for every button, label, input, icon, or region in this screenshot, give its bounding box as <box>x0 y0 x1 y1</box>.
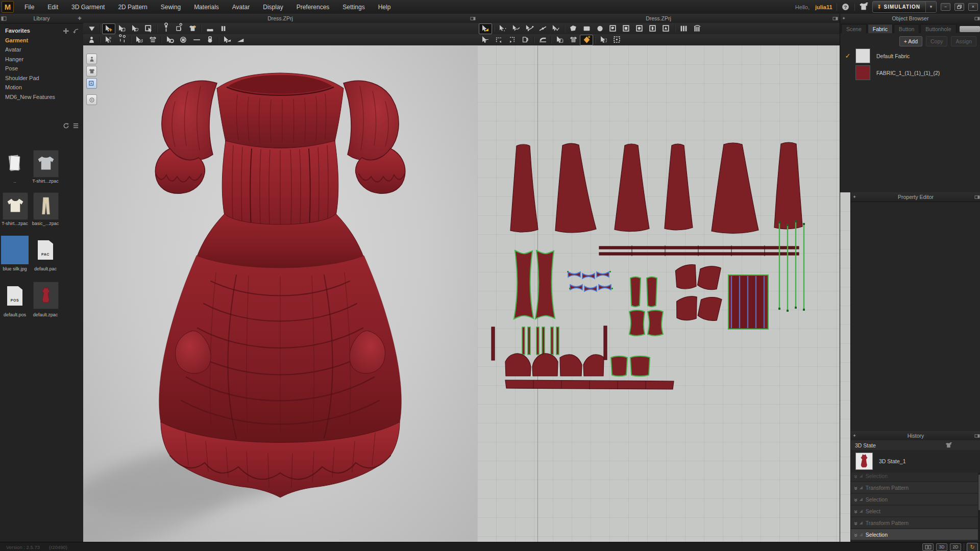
tool-seam-allowance-icon[interactable] <box>492 35 505 45</box>
fabric-swatch[interactable] <box>855 65 870 80</box>
library-item-tshirt-1[interactable] <box>33 150 59 178</box>
tool-inner-polygon-icon[interactable] <box>606 23 620 34</box>
fabric-assign-button[interactable]: Assign <box>951 36 976 46</box>
tool-wedge-icon[interactable] <box>234 35 247 45</box>
menu-help[interactable]: Help <box>372 4 398 11</box>
tool-seam-allowance-2-icon[interactable] <box>505 35 519 45</box>
panel-dock-icon[interactable] <box>0 15 7 21</box>
panel-collapse-icon[interactable] <box>831 15 839 21</box>
library-category-garment[interactable]: Garment <box>0 36 83 45</box>
library-list-view-icon[interactable] <box>72 122 79 129</box>
tool-edit-seam-icon[interactable] <box>549 23 562 34</box>
tool-arrange-selected-icon[interactable] <box>216 23 230 34</box>
tool-grading-icon[interactable] <box>597 35 610 45</box>
library-category-avatar[interactable]: Avatar <box>0 45 83 55</box>
library-category-md6-new-features[interactable]: MD6_New Features <box>0 92 83 102</box>
tool-pleat-fold-icon[interactable] <box>690 23 703 34</box>
library-item-default-zpac[interactable] <box>33 282 59 309</box>
panel-expand-icon[interactable]: ✦ <box>840 15 847 21</box>
tool-edit-curve-point-icon[interactable] <box>523 23 536 34</box>
tool-inner-rectangle-icon[interactable] <box>620 23 633 34</box>
tool-pin-box-icon[interactable] <box>173 23 186 34</box>
panel-collapse-icon[interactable] <box>973 15 980 21</box>
tab-fabric[interactable]: Fabric <box>868 24 893 33</box>
panel-collapse-icon[interactable] <box>973 194 980 200</box>
tool-quad-mesh-icon[interactable] <box>146 35 159 45</box>
menu-3d-garment[interactable]: 3D Garment <box>65 4 111 11</box>
tool-dart-icon[interactable] <box>646 23 659 34</box>
menu-sewing[interactable]: Sewing <box>154 4 187 11</box>
help-icon[interactable]: ? <box>841 3 850 12</box>
tool-edit-pattern-icon[interactable] <box>496 23 509 34</box>
tool-pattern-boundary-icon[interactable] <box>610 35 624 45</box>
favorites-back-icon[interactable] <box>72 28 79 34</box>
tool-inner-circle-icon[interactable] <box>633 23 646 34</box>
tab-scroll-strip[interactable] <box>960 26 980 32</box>
history-scrollbar[interactable] <box>978 472 980 541</box>
history-entry-active[interactable]: »◢Selection <box>851 529 978 540</box>
library-add-icon[interactable]: ✚ <box>76 15 83 21</box>
panel-collapse-icon[interactable] <box>973 433 980 439</box>
panel-collapse-icon[interactable] <box>469 15 476 21</box>
fabric-add-button[interactable]: + Add <box>899 36 922 46</box>
menu-edit[interactable]: Edit <box>41 4 65 11</box>
library-category-shoulder-pad[interactable]: Shoulder Pad <box>0 73 83 83</box>
tool-circle-icon[interactable] <box>593 23 606 34</box>
library-item-tshirt-2[interactable] <box>3 192 28 220</box>
tool-select-button-icon[interactable] <box>163 35 177 45</box>
library-item-pants[interactable] <box>33 192 59 220</box>
tool-notch-icon[interactable] <box>659 23 673 34</box>
tab-button[interactable]: Button <box>894 24 919 33</box>
library-category-hanger[interactable]: Hanger <box>0 55 83 64</box>
history-entry[interactable]: »◢Transform Pattern <box>851 482 978 493</box>
tool-avatar-show-icon[interactable] <box>85 35 98 45</box>
tool-arrange-all-icon[interactable] <box>203 23 216 34</box>
library-category-favorites[interactable]: Favorites <box>0 26 83 36</box>
tool-button-lock-icon[interactable] <box>203 35 216 45</box>
dress-3d-render[interactable] <box>83 45 477 542</box>
tool-polygon-icon[interactable] <box>567 23 580 34</box>
tab-scene[interactable]: Scene <box>841 24 867 33</box>
tool-tack-icon[interactable] <box>102 35 115 45</box>
tool-pins-icon[interactable] <box>115 35 129 45</box>
tool-texture-edit-icon[interactable] <box>580 35 593 45</box>
tool-trace-icon[interactable] <box>479 35 492 45</box>
tool-select-box-icon[interactable] <box>115 23 129 34</box>
library-item-default-pac[interactable]: PAC <box>33 237 58 263</box>
library-item-parent-folder[interactable] <box>3 150 27 177</box>
library-refresh-icon[interactable] <box>63 122 69 129</box>
simulation-button[interactable]: ▼▼ SIMULATION ▼ <box>872 1 937 13</box>
library-category-pose[interactable]: Pose <box>0 64 83 73</box>
history-state-row[interactable]: 3D State_1 <box>851 450 980 472</box>
tool-select-mesh-icon[interactable] <box>142 23 155 34</box>
tool-pin-icon[interactable] <box>159 23 173 34</box>
fabric-swatch[interactable] <box>855 48 870 63</box>
layout-2d-view-button[interactable]: 2D <box>950 543 961 551</box>
tool-fold-angle-icon[interactable] <box>220 35 234 45</box>
tool-simulate-icon[interactable] <box>85 23 98 34</box>
menu-preferences[interactable]: Preferences <box>290 4 336 11</box>
history-entry[interactable]: »◢Selection <box>851 494 978 505</box>
history-entry[interactable]: »◢Transform Pattern <box>851 517 978 529</box>
tool-quad-mesh-2d-icon[interactable] <box>567 35 580 45</box>
panel-expand-icon[interactable]: ✦ <box>851 194 858 200</box>
panel-expand-icon[interactable]: ✦ <box>851 433 858 439</box>
viewport-3d[interactable] <box>83 45 477 542</box>
pattern-pieces[interactable] <box>492 142 805 389</box>
menu-2d-pattern[interactable]: 2D Pattern <box>111 4 154 11</box>
fabric-row-fabric1[interactable]: FABRIC_1_(1)_(1)_(1)_(2) <box>840 64 980 81</box>
avatar-shirt-icon[interactable] <box>859 3 868 12</box>
tool-add-point-icon[interactable] <box>536 23 549 34</box>
fabric-copy-button[interactable]: Copy <box>926 36 948 46</box>
library-category-motion[interactable]: Motion <box>0 83 83 92</box>
tool-buttonhole-icon[interactable] <box>190 35 203 45</box>
tool-transform-pattern-icon[interactable] <box>479 23 492 34</box>
tool-mirror-paste-icon[interactable] <box>519 35 532 45</box>
app-logo[interactable]: M <box>2 1 14 13</box>
tool-pleat-icon[interactable] <box>677 23 690 34</box>
layout-3d-view-button[interactable]: 3D <box>936 543 947 551</box>
restore-button[interactable] <box>954 3 964 11</box>
tool-rectangle-icon[interactable] <box>580 23 593 34</box>
fabric-row-default[interactable]: ✓ Default Fabric <box>840 47 980 64</box>
menu-materials[interactable]: Materials <box>187 4 226 11</box>
